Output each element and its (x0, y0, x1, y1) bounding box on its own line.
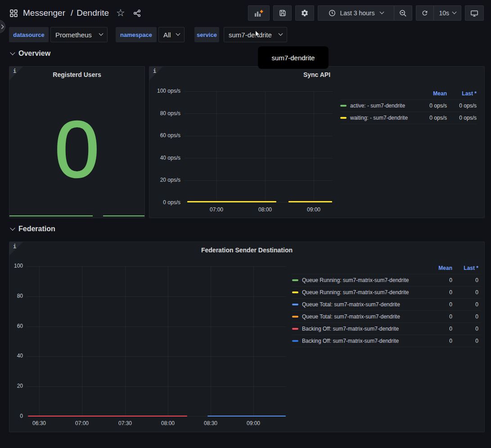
refresh-button[interactable] (416, 6, 433, 20)
panel-sync-api: i Sync API 100 ops/s 80 ops/s 60 ops/s 4… (149, 66, 485, 218)
legend-mean-value: 0 (431, 301, 456, 308)
series-color-swatch (292, 279, 298, 281)
variable-picker-datasource[interactable]: Prometheus (50, 27, 108, 42)
legend-label[interactable]: active: - sum7-dendrite (350, 103, 405, 109)
y-axis-tick: 20 ops/s (149, 177, 180, 183)
legend-row[interactable]: Queue Running: sum7-matrix-sum7-dendrite… (292, 274, 481, 287)
legend-last-value: 0 (456, 314, 481, 320)
stat-value: 0 (55, 109, 99, 189)
series-color-swatch (292, 316, 298, 318)
legend-mean-value: 0 ops/s (415, 103, 447, 109)
info-icon: i (153, 68, 156, 74)
breadcrumb-separator: / (71, 8, 73, 18)
clock-icon (329, 9, 336, 17)
chevron-down-icon (10, 225, 15, 230)
chevron-down-icon (176, 31, 180, 36)
y-axis-tick: 60 ops/s (149, 132, 180, 139)
section-title: Overview (18, 49, 50, 58)
mouse-cursor (255, 30, 261, 39)
legend-label[interactable]: Queue Running: sum7-matrix-sum7-dendrite (302, 277, 409, 283)
chevron-down-icon (452, 10, 457, 14)
chevron-down-icon (380, 10, 384, 14)
y-axis-tick: 40 ops/s (149, 155, 180, 161)
x-axis-tick: 07:00 (202, 206, 231, 213)
series-line-waiting (187, 201, 276, 202)
zoom-out-time-button[interactable] (394, 6, 412, 20)
legend-last-value: 0 (456, 301, 481, 308)
legend-row[interactable]: Backing Off: sum7-matrix-sum7-dendrite 0… (292, 323, 481, 335)
zoom-out-icon (399, 9, 407, 17)
legend-last-header[interactable]: Last * (456, 265, 481, 271)
refresh-icon (421, 9, 428, 17)
legend-row[interactable]: waiting: - sum7-dendrite 0 ops/s 0 ops/s (340, 112, 477, 124)
series-color-swatch (292, 304, 298, 305)
legend-mean-header[interactable]: Mean (415, 90, 447, 97)
x-axis-tick: 08:00 (251, 206, 279, 213)
legend-last-value: 0 ops/s (447, 115, 477, 121)
breadcrumb-folder[interactable]: Messenger (23, 8, 65, 18)
breadcrumb: Messenger / Dendrite (23, 8, 109, 18)
y-axis-tick: 0 ops/s (149, 199, 180, 206)
tv-mode-button[interactable] (465, 5, 484, 21)
x-axis-tick: 08:00 (153, 420, 182, 426)
variable-label-datasource: datasource (9, 27, 49, 42)
time-range-group: Last 3 hours (318, 5, 412, 21)
add-panel-icon (254, 9, 264, 17)
series-line-queue-total (207, 416, 286, 417)
legend-row[interactable]: Queue Total: sum7-matrix-sum7-dendrite 0… (292, 311, 481, 323)
legend-label[interactable]: Queue Total: sum7-matrix-sum7-dendrite (302, 301, 400, 308)
panel-title[interactable]: Sync API (163, 71, 471, 78)
section-header-overview[interactable]: Overview (11, 49, 50, 58)
y-axis-tick: 80 (9, 293, 23, 299)
refresh-interval-button[interactable]: 10s (434, 6, 461, 20)
variable-picker-namespace[interactable]: All (158, 27, 185, 42)
legend-last-value: 0 (456, 338, 481, 344)
save-icon (279, 9, 286, 17)
chevron-right-icon (0, 24, 4, 29)
breadcrumb-dashboard[interactable]: Dendrite (77, 8, 109, 18)
time-range-label: Last 3 hours (340, 9, 374, 17)
legend-last-header[interactable]: Last * (447, 90, 477, 97)
dashboard-toolbar: Last 3 hours (248, 5, 484, 21)
y-axis-tick: 20 (9, 383, 23, 389)
legend-label[interactable]: Queue Total: sum7-matrix-sum7-dendrite (302, 314, 400, 320)
chevron-down-icon (279, 31, 283, 36)
time-range-button[interactable]: Last 3 hours (318, 6, 394, 20)
dashboard-settings-button[interactable] (295, 5, 314, 21)
legend-label[interactable]: Backing Off: sum7-matrix-sum7-dendrite (302, 338, 399, 344)
variable-tooltip: sum7-dendrite (258, 46, 329, 69)
tooltip-text: sum7-dendrite (272, 54, 315, 62)
legend-header: Mean Last * (340, 88, 477, 100)
add-panel-button[interactable] (248, 5, 270, 21)
star-icon[interactable]: ☆ (116, 8, 125, 18)
legend-row[interactable]: Queue Running: sum7-matrix-sum7-dendrite… (292, 287, 481, 299)
dashboards-grid-icon[interactable] (10, 9, 18, 17)
section-title: Federation (18, 225, 55, 233)
legend-label[interactable]: Queue Running: sum7-matrix-sum7-dendrite (302, 289, 409, 296)
legend-label[interactable]: Backing Off: sum7-matrix-sum7-dendrite (302, 326, 399, 332)
legend-header: Mean Last * (292, 262, 481, 274)
legend-mean-value: 0 (431, 277, 456, 283)
legend-label[interactable]: waiting: - sum7-dendrite (350, 115, 408, 121)
sync-api-plot-area[interactable] (184, 91, 333, 202)
federation-plot-area[interactable] (27, 266, 286, 417)
legend-mean-header[interactable]: Mean (431, 265, 456, 271)
legend-row[interactable]: active: - sum7-dendrite 0 ops/s 0 ops/s (340, 100, 477, 112)
legend-last-value: 0 (456, 277, 481, 283)
tv-icon (470, 9, 478, 17)
panel-title[interactable]: Federation Sender Destination (23, 246, 471, 254)
panel-title[interactable]: Registerd Users (23, 71, 131, 78)
navbar: Messenger / Dendrite ☆ (0, 0, 491, 23)
legend-row[interactable]: Backing Off: sum7-matrix-sum7-dendrite 0… (292, 335, 481, 347)
legend-row[interactable]: Queue Total: sum7-matrix-sum7-dendrite 0… (292, 299, 481, 311)
section-header-federation[interactable]: Federation (11, 225, 55, 233)
x-axis-tick: 08:30 (196, 420, 225, 426)
legend-mean-value: 0 (431, 314, 456, 320)
variable-value-namespace: All (163, 31, 171, 39)
chevron-down-icon (99, 31, 104, 36)
save-dashboard-button[interactable] (273, 5, 292, 21)
series-color-swatch (292, 328, 298, 330)
gear-icon (301, 9, 309, 17)
share-icon[interactable] (133, 9, 141, 17)
refresh-interval-label: 10s (439, 9, 449, 17)
